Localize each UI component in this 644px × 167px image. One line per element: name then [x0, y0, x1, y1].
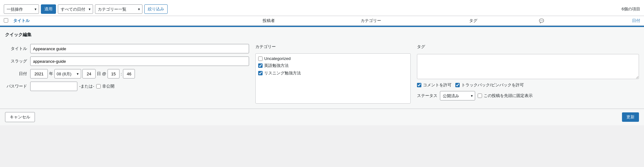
sticky-label[interactable]: この投稿を先頭に固定表示	[478, 93, 533, 99]
status-select-wrapper: 公開済み 下書き レビュー待ち ▼	[440, 91, 475, 100]
select-all-checkbox[interactable]	[4, 18, 8, 23]
date-year-suffix: 年	[49, 71, 53, 77]
category-checkbox-eigo[interactable]	[258, 63, 263, 68]
password-or: -または-	[79, 84, 94, 89]
allow-comments-label[interactable]: コメントを許可	[417, 82, 452, 88]
column-header-row: タイトル 投稿者 カテゴリー タグ 💬 日付	[0, 16, 644, 26]
quick-edit-title: クイック編集	[5, 32, 639, 38]
category-list: Uncategorized 英語勉強方法 リスニング勉強方法	[255, 53, 411, 104]
page-wrapper: 一括操作 編集 ゴミ箱へ移動 ▼ 適用 すべての日付 2021年8月 ▼ カテゴ…	[0, 0, 644, 125]
password-label: パスワード	[5, 84, 27, 89]
private-label[interactable]: 非公開	[96, 84, 114, 89]
date-day-suffix: 日 @	[97, 71, 106, 77]
sticky-checkbox[interactable]	[478, 94, 482, 98]
allow-comments-checkbox[interactable]	[417, 83, 421, 87]
status-row: ステータス 公開済み 下書き レビュー待ち ▼ この投稿を先頭に固定表示	[417, 91, 639, 100]
tags-textarea[interactable]	[417, 54, 639, 79]
col-tags: タグ	[422, 18, 524, 24]
month-select[interactable]: 08 (8月) 01 (1月) 02 (2月) 03 (3月) 09 (9月) …	[54, 69, 81, 78]
sticky-text: この投稿を先頭に固定表示	[484, 93, 533, 99]
date-minute-input[interactable]	[123, 69, 135, 78]
category-item-listening[interactable]: リスニング勉強方法	[258, 70, 408, 76]
col-date[interactable]: 日付	[558, 18, 640, 24]
apply-button[interactable]: 適用	[41, 4, 56, 14]
col-author: 投稿者	[218, 18, 320, 24]
quick-edit-footer: キャンセル 更新	[0, 109, 644, 125]
category-label-listening: リスニング勉強方法	[264, 70, 301, 76]
title-input[interactable]	[30, 44, 249, 53]
status-select[interactable]: 公開済み 下書き レビュー待ち	[440, 91, 475, 100]
bulk-action-wrapper: 一括操作 編集 ゴミ箱へ移動 ▼	[4, 4, 39, 14]
slug-input[interactable]	[30, 57, 249, 66]
cancel-button[interactable]: キャンセル	[5, 112, 35, 122]
quick-edit-body: タイトル スラッグ 日付 年 08 (8月)	[5, 44, 639, 104]
item-count: 6個の項目	[622, 6, 640, 12]
date-colon: :	[121, 72, 122, 76]
col-comment: 💬	[525, 19, 558, 23]
date-hour-input[interactable]	[108, 69, 119, 78]
quick-edit-panel: クイック編集 タイトル スラッグ 日付	[0, 26, 644, 109]
allow-trackbacks-checkbox[interactable]	[455, 83, 460, 87]
comment-icon: 💬	[539, 19, 544, 23]
category-filter-select[interactable]: カテゴリー一覧 Uncategorized 英語勉強方法 リスニング勉強方法	[95, 4, 142, 14]
private-text: 非公開	[102, 84, 114, 89]
allow-comments-text: コメントを許可	[423, 82, 452, 88]
status-label: ステータス	[417, 93, 437, 99]
category-label-eigo: 英語勉強方法	[264, 63, 289, 68]
slug-row: スラッグ	[5, 57, 249, 66]
date-row: 日付 年 08 (8月) 01 (1月) 02 (2月) 03 (3月) 09 …	[5, 69, 249, 78]
date-filter-select[interactable]: すべての日付 2021年8月	[58, 4, 93, 14]
bulk-action-select[interactable]: 一括操作 編集 ゴミ箱へ移動	[4, 4, 39, 14]
quick-edit-right: タグ コメントを許可 トラックバック/ピンバックを許可 ステータス	[417, 44, 639, 104]
category-label-uncategorized: Uncategorized	[264, 56, 291, 61]
filter-button[interactable]: 絞り込み	[144, 4, 168, 14]
date-day-input[interactable]	[82, 69, 96, 78]
update-button[interactable]: 更新	[622, 112, 639, 122]
categories-title: カテゴリー	[255, 44, 411, 50]
col-title[interactable]: タイトル	[13, 18, 218, 24]
options-row: コメントを許可 トラックバック/ピンバックを許可	[417, 82, 639, 88]
title-row: タイトル	[5, 44, 249, 53]
password-input[interactable]	[30, 82, 77, 91]
quick-edit-left: タイトル スラッグ 日付 年 08 (8月)	[5, 44, 249, 104]
quick-edit-middle: カテゴリー Uncategorized 英語勉強方法 リスニング勉強方法	[255, 44, 411, 104]
category-checkbox-uncategorized[interactable]	[258, 57, 263, 61]
slug-label: スラッグ	[5, 58, 27, 64]
category-item-eigo[interactable]: 英語勉強方法	[258, 63, 408, 68]
private-checkbox[interactable]	[96, 84, 101, 89]
category-item-uncategorized[interactable]: Uncategorized	[258, 56, 408, 61]
col-category: カテゴリー	[320, 18, 422, 24]
tags-title: タグ	[417, 44, 639, 50]
password-group: -または- 非公開	[30, 82, 249, 91]
title-label: タイトル	[5, 46, 27, 51]
date-filter-wrapper: すべての日付 2021年8月 ▼	[58, 4, 93, 14]
allow-trackbacks-text: トラックバック/ピンバックを許可	[461, 82, 524, 88]
select-all-checkbox-wrapper[interactable]	[4, 18, 13, 24]
category-checkbox-listening[interactable]	[258, 71, 263, 75]
month-select-wrapper: 08 (8月) 01 (1月) 02 (2月) 03 (3月) 09 (9月) …	[54, 69, 81, 78]
category-filter-wrapper: カテゴリー一覧 Uncategorized 英語勉強方法 リスニング勉強方法 ▼	[95, 4, 142, 14]
allow-trackbacks-label[interactable]: トラックバック/ピンバックを許可	[455, 82, 524, 88]
password-row: パスワード -または- 非公開	[5, 82, 249, 91]
date-label: 日付	[5, 71, 27, 77]
toolbar: 一括操作 編集 ゴミ箱へ移動 ▼ 適用 すべての日付 2021年8月 ▼ カテゴ…	[0, 3, 644, 16]
date-group: 年 08 (8月) 01 (1月) 02 (2月) 03 (3月) 09 (9月…	[30, 69, 249, 78]
date-year-input[interactable]	[30, 69, 48, 78]
